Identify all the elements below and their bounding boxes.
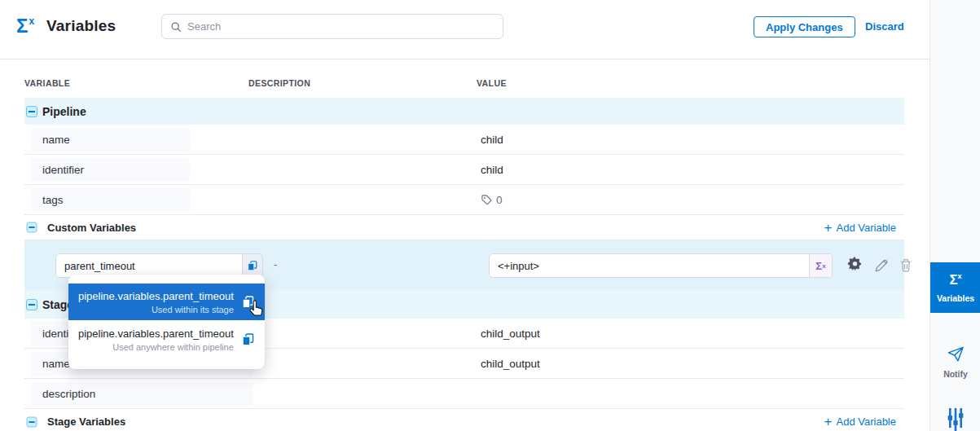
row-label: identifier <box>42 164 84 176</box>
collapse-icon[interactable] <box>26 106 37 117</box>
table-row: name child <box>24 125 904 155</box>
copy-icon <box>241 294 255 310</box>
page-title: Variables <box>46 17 116 35</box>
expression-sigma-icon[interactable]: Σx <box>809 254 832 277</box>
table-row: tags 0 <box>24 185 904 215</box>
plus-icon: + <box>824 221 833 235</box>
collapse-icon[interactable] <box>26 299 37 310</box>
variables-panel: Σx Variables Apply Changes Discard VARIA… <box>0 0 980 431</box>
add-variable-button[interactable]: +Add Variable <box>824 221 896 235</box>
row-label: tags <box>42 194 64 206</box>
paper-plane-icon <box>947 345 965 363</box>
add-variable-button[interactable]: +Add Variable <box>824 415 896 429</box>
rail-item-label: Notify <box>943 369 968 379</box>
rail-item-sliders[interactable] <box>930 407 980 431</box>
reference-path: pipeline.variables.parent_timeout <box>78 290 234 302</box>
custom-variables-row: Custom Variables +Add Variable <box>24 215 904 240</box>
variable-reference-dropdown: pipeline.variables.parent_timeout Used w… <box>68 275 265 369</box>
description-dash: - <box>274 258 277 270</box>
variables-sigma-icon: Σx <box>949 272 961 288</box>
row-label: description <box>42 388 95 400</box>
row-value: child_output <box>477 328 904 340</box>
variables-sigma-icon: Σx <box>16 15 34 37</box>
dropdown-item-pipeline-scope[interactable]: pipeline.variables.parent_timeout Used a… <box>68 320 265 358</box>
row-value: child <box>477 134 904 146</box>
dropdown-item-stage-scope[interactable]: pipeline.variables.parent_timeout Used w… <box>68 284 265 320</box>
delete-trash-icon[interactable] <box>899 258 912 272</box>
collapse-icon[interactable] <box>27 416 37 427</box>
column-description: DESCRIPTION <box>248 78 477 88</box>
column-value: VALUE <box>477 78 904 88</box>
sliders-icon <box>946 407 965 431</box>
row-label: name <box>42 134 70 146</box>
apply-changes-button[interactable]: Apply Changes <box>754 16 855 37</box>
copy-icon <box>241 332 255 347</box>
discard-button[interactable]: Discard <box>865 20 904 33</box>
rail-item-notify[interactable]: Notify <box>930 345 980 379</box>
row-value: child_output <box>477 358 904 370</box>
right-rail: Σx Variables Notify <box>929 0 980 431</box>
settings-gear-icon[interactable] <box>847 257 863 272</box>
subsection-title: Custom Variables <box>47 222 136 234</box>
column-variable: VARIABLE <box>24 78 248 88</box>
table-row: identifier child <box>24 155 904 185</box>
tag-icon <box>481 194 493 206</box>
plus-icon: + <box>824 415 833 429</box>
reference-scope: Used anywhere within pipeline <box>78 342 234 352</box>
panel-header: Σx Variables Apply Changes Discard <box>0 0 929 59</box>
collapse-icon[interactable] <box>27 222 37 233</box>
search-input[interactable] <box>187 20 494 33</box>
row-label: name <box>42 358 70 370</box>
table-row: description <box>24 379 904 409</box>
subsection-title: Stage Variables <box>47 416 125 428</box>
search-box[interactable] <box>161 14 503 39</box>
search-icon <box>170 21 182 33</box>
reference-path: pipeline.variables.parent_timeout <box>78 328 234 340</box>
edit-pencil-icon[interactable] <box>874 258 889 273</box>
table-header: VARIABLE DESCRIPTION VALUE <box>24 59 904 98</box>
rail-item-variables[interactable]: Σx Variables <box>930 262 980 313</box>
reference-scope: Used within its stage <box>78 305 234 314</box>
tag-count: 0 <box>496 194 503 206</box>
pipeline-group-row[interactable]: Pipeline <box>24 98 904 125</box>
group-title: Pipeline <box>42 105 86 118</box>
row-value: child <box>477 164 904 176</box>
rail-item-label: Variables <box>937 293 974 303</box>
stage-variables-row: Stage Variables +Add Variable <box>24 409 904 431</box>
variable-value-input[interactable] <box>490 254 809 277</box>
variables-table: VARIABLE DESCRIPTION VALUE Pipeline name… <box>24 59 904 431</box>
